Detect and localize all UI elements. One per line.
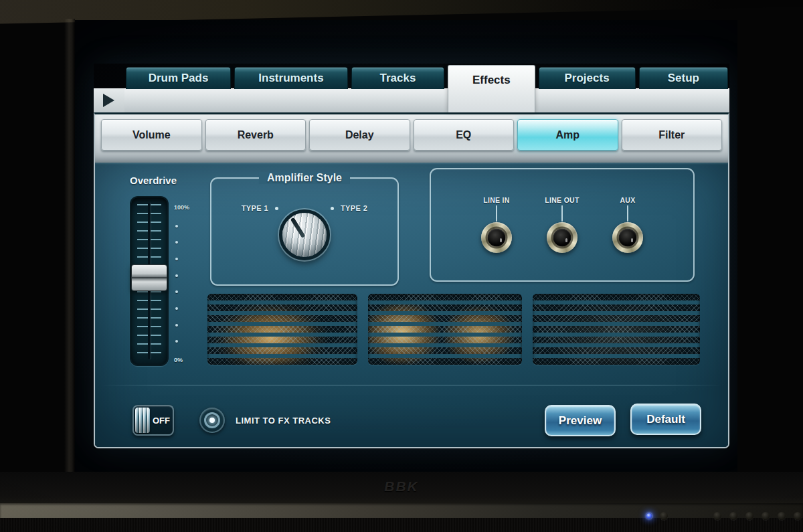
speaker-vent-column: [368, 294, 522, 365]
line-out-jack-group: LINE OUT: [541, 196, 584, 280]
monitor-button[interactable]: [660, 512, 668, 520]
tv-screen: Drum Pads Instruments Tracks Effects Pro…: [75, 20, 737, 472]
play-button[interactable]: [94, 88, 124, 112]
amplifier-style-knob[interactable]: [279, 209, 330, 260]
play-icon: [103, 94, 114, 107]
monitor-bezel-left-edge: [64, 19, 75, 505]
jack-pointer-line: [561, 205, 563, 221]
line-out-jack-icon: [547, 222, 577, 253]
speaker-vent-column: [207, 294, 357, 365]
effect-tab-eq[interactable]: EQ: [414, 119, 515, 151]
jack-pointer-line: [496, 205, 497, 221]
effects-page: Volume Reverb Delay EQ Amp Filter Overdr…: [94, 112, 729, 448]
monitor-button[interactable]: [745, 512, 753, 520]
aux-label: AUX: [620, 196, 635, 204]
speaker-vents: [207, 294, 700, 365]
monitor-brand-logo: BBK: [0, 472, 803, 501]
effect-on-off-toggle[interactable]: OFF: [132, 405, 174, 436]
speaker-vent-column: [533, 294, 700, 365]
monitor-button[interactable]: [778, 512, 786, 520]
overdrive-fader-handle[interactable]: [131, 264, 167, 291]
tab-drum-pads[interactable]: Drum Pads: [126, 67, 231, 89]
amplifier-style-title: Amplifier Style: [259, 172, 350, 184]
line-in-jack-icon: [481, 222, 512, 253]
top-tab-bar: Drum Pads Instruments Tracks Effects Pro…: [94, 64, 729, 112]
effect-tab-volume[interactable]: Volume: [101, 119, 202, 151]
power-led-icon: [646, 513, 652, 519]
toggle-state-label: OFF: [150, 416, 173, 426]
scale-dot: [175, 307, 178, 310]
jacks-panel: LINE IN LINE OUT AUX: [430, 168, 695, 282]
effect-type-bar: Volume Reverb Delay EQ Amp Filter: [95, 114, 728, 163]
line-in-jack-group: LINE IN: [475, 196, 518, 280]
tab-instruments[interactable]: Instruments: [234, 67, 348, 89]
limit-to-fx-tracks-button[interactable]: [199, 408, 225, 433]
monitor-button[interactable]: [794, 512, 802, 520]
effect-tab-reverb[interactable]: Reverb: [205, 119, 306, 151]
effect-tab-delay[interactable]: Delay: [309, 119, 410, 151]
tab-effects[interactable]: Effects: [448, 65, 535, 112]
scale-dot: [175, 225, 178, 228]
line-out-label: LINE OUT: [545, 196, 579, 204]
overdrive-fader: 100% 0%: [130, 196, 201, 366]
bottom-section-divider: [100, 385, 723, 385]
overdrive-label: Overdrive: [130, 175, 177, 186]
scale-max-label: 100%: [174, 204, 189, 211]
aux-jack-icon: [612, 222, 643, 253]
default-button[interactable]: Default: [630, 404, 701, 435]
music-app-window: Drum Pads Instruments Tracks Effects Pro…: [94, 64, 729, 448]
toggle-lever-icon: [135, 408, 150, 433]
monitor-button[interactable]: [713, 512, 721, 520]
scale-min-label: 0%: [174, 357, 183, 363]
scale-dot: [175, 241, 178, 244]
limit-to-fx-tracks-label: LIMIT TO FX TRACKS: [236, 416, 331, 426]
monitor-button[interactable]: [729, 512, 737, 520]
tab-setup[interactable]: Setup: [639, 67, 728, 89]
scale-dot: [175, 324, 178, 327]
overdrive-scale: 100% 0%: [174, 196, 201, 363]
preview-button[interactable]: Preview: [545, 405, 616, 436]
jack-pointer-line: [627, 205, 628, 221]
scale-dot: [175, 258, 178, 260]
aux-jack-group: AUX: [606, 196, 649, 280]
type2-label: TYPE 2: [341, 204, 367, 212]
top-tabs: Drum Pads Instruments Tracks Effects Pro…: [126, 64, 728, 112]
scale-dot: [175, 340, 178, 343]
amplifier-style-panel: Amplifier Style TYPE 1 TYPE 2: [210, 177, 399, 286]
amp-knob-indicator: [290, 217, 306, 238]
tab-tracks[interactable]: Tracks: [351, 67, 444, 89]
scale-dot: [175, 274, 178, 277]
effect-tab-filter[interactable]: Filter: [622, 119, 723, 151]
line-in-label: LINE IN: [483, 196, 509, 204]
monitor-button[interactable]: [762, 512, 770, 520]
photo-of-tv-screen: Drum Pads Instruments Tracks Effects Pro…: [0, 0, 803, 532]
effect-tab-amp[interactable]: Amp: [517, 119, 618, 151]
type1-marker-dot: [275, 207, 278, 210]
type1-label: TYPE 1: [242, 204, 268, 212]
overdrive-fader-track[interactable]: [130, 196, 169, 366]
monitor-bezel-bottom: BBK: [0, 472, 803, 503]
type2-marker-dot: [331, 207, 334, 210]
scale-dot: [175, 290, 178, 293]
amp-effect-panel: Overdrive 100%: [95, 163, 728, 447]
tab-projects[interactable]: Projects: [539, 67, 636, 89]
monitor-front-controls: [646, 509, 802, 523]
